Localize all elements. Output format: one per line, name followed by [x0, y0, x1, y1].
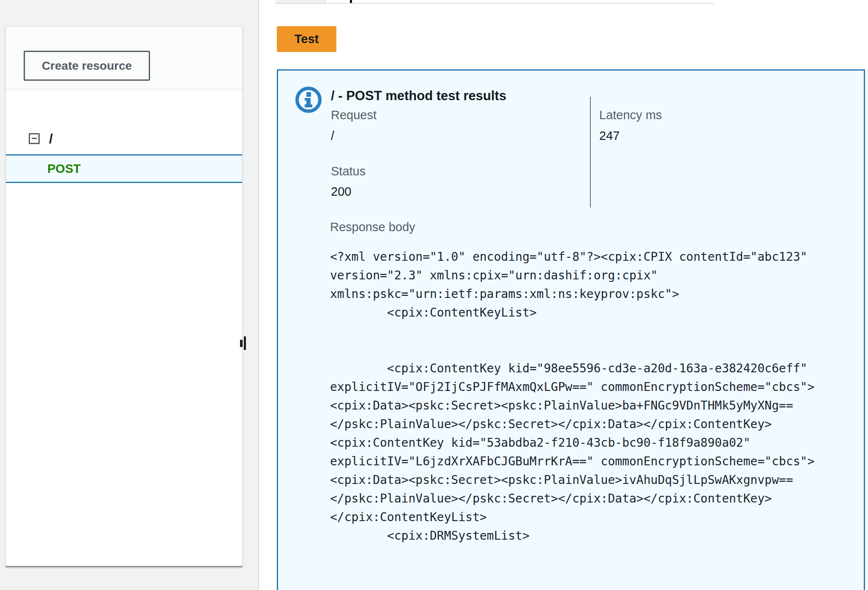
method-post-label: POST: [47, 162, 81, 176]
status-label: Status: [331, 164, 366, 178]
request-label: Request: [331, 108, 377, 122]
resource-root-label: /: [49, 131, 53, 147]
results-title: / - POST method test results: [331, 88, 506, 104]
panel-resize-handle-icon[interactable]: [234, 335, 247, 352]
resource-tree-root-row[interactable]: /: [6, 123, 242, 154]
create-resource-button[interactable]: Create resource: [24, 51, 150, 81]
response-body-content: <?xml version="1.0" encoding="utf-8"?><c…: [330, 248, 854, 545]
test-button[interactable]: Test: [277, 26, 336, 52]
method-row-post[interactable]: POST: [6, 154, 242, 183]
resources-panel: Create resource / POST: [5, 26, 243, 567]
request-input-addon: [276, 0, 325, 3]
status-value: 200: [331, 185, 351, 199]
request-input-partial[interactable]: [276, 0, 714, 4]
test-results-box: / - POST method test results Request / S…: [277, 69, 865, 590]
response-body-label: Response body: [330, 220, 415, 234]
info-icon: [295, 86, 322, 113]
collapse-minus-icon[interactable]: [29, 133, 40, 144]
request-value: /: [331, 129, 334, 143]
text-cursor-icon: [350, 0, 352, 3]
api-gateway-test-page: Create resource / POST Test: [0, 0, 868, 590]
latency-label: Latency ms: [599, 108, 662, 122]
results-column-divider: [590, 97, 591, 208]
latency-value: 247: [599, 129, 620, 143]
